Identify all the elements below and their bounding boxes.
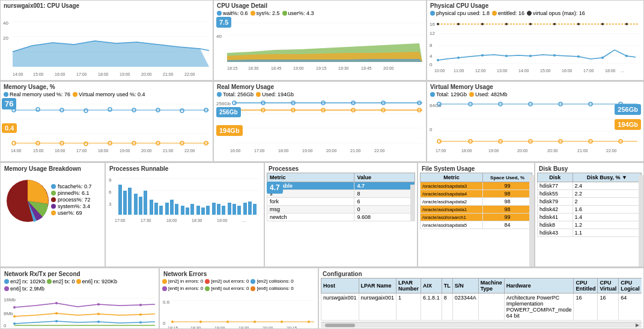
- proc-value: 9.608: [354, 214, 415, 221]
- svg-point-212: [13, 315, 16, 318]
- configuration-table: Host LPAR Name LPAR Number AIX TL S/N Ma…: [321, 278, 642, 321]
- svg-point-210: [97, 321, 100, 323]
- svg-text:18:30: 18:30: [192, 218, 202, 223]
- svg-text:19:00: 19:00: [488, 149, 499, 153]
- svg-point-56: [601, 57, 604, 59]
- scroll-indicator[interactable]: [410, 185, 415, 221]
- svg-rect-191: [232, 204, 236, 215]
- fs-value: 98: [483, 206, 532, 214]
- svg-point-54: [553, 54, 556, 57]
- fs-value: 98: [483, 190, 532, 198]
- real-memory-legend: Total: 256Gb Used: 194Gb: [215, 91, 425, 98]
- svg-rect-176: [154, 203, 158, 215]
- svg-text:40: 40: [216, 34, 222, 39]
- scroll-right-arrow[interactable]: ▶: [636, 322, 640, 328]
- svg-point-55: [577, 55, 580, 58]
- svg-point-78: [108, 108, 112, 111]
- svg-text:20:00: 20:00: [326, 149, 337, 153]
- process-badge: 4.7: [267, 182, 283, 194]
- disk-value-header: Disk Busy, % ▼: [573, 173, 641, 182]
- config-machine: [478, 294, 504, 321]
- svg-text:11:00: 11:00: [454, 69, 464, 73]
- svg-point-217: [55, 302, 58, 304]
- disk-busy-title: Disk Busy: [537, 165, 642, 173]
- svg-text:15:00: 15:00: [33, 149, 44, 153]
- svg-text:18:30: 18:30: [248, 66, 259, 70]
- svg-text:19:00: 19:00: [217, 218, 228, 223]
- memory-pct-panel: Memory Usage, % Real memory used %: 76 V…: [0, 81, 213, 162]
- svg-text:0: 0: [430, 127, 433, 132]
- svg-text:18:15: 18:15: [227, 66, 238, 70]
- virt-used-legend: Used: 482Mb: [469, 91, 508, 97]
- svg-rect-182: [186, 208, 189, 215]
- proc-metric-header: Metric: [267, 173, 354, 182]
- horizontal-scrollbar[interactable]: ▶: [321, 322, 642, 328]
- svg-text:3: 3: [109, 201, 112, 207]
- svg-rect-175: [150, 200, 153, 215]
- config-cpu-virtual-header: CPU Virtual: [598, 278, 619, 294]
- svg-text:19:00: 19:00: [120, 72, 130, 76]
- user-pct-legend: user%: 69: [51, 210, 92, 216]
- svg-text:18:30: 18:30: [190, 326, 201, 329]
- virtual-memory-title: Virtual Memory Usage: [428, 83, 642, 91]
- virt-total-legend: Total: 129Gb: [430, 91, 467, 97]
- disk-scroll[interactable]: [639, 175, 643, 266]
- pinned-legend: pinned%: 6.1: [51, 190, 92, 196]
- svg-text:18:00: 18:00: [461, 149, 472, 153]
- svg-point-209: [55, 320, 58, 322]
- processes-panel: Processes 4.7 Metric Value runnable 4.7: [264, 162, 418, 267]
- fscache-legend: fscache%: 0.7: [51, 183, 92, 189]
- table-row: hdisk79 2: [538, 198, 642, 206]
- svg-text:18:45: 18:45: [271, 66, 282, 70]
- table-row: hdisk41 1.4: [538, 214, 642, 221]
- virtual-memory-chart: 64Gb 0: [428, 98, 642, 155]
- svg-rect-174: [144, 191, 147, 215]
- real-memory-chart: 256Gb 128Gb 64Gb: [215, 98, 425, 153]
- table-row: hdisk55 2.2: [538, 190, 642, 198]
- svg-text:18:00: 18:00: [278, 149, 289, 153]
- cpu-detail-badge: 7.5: [216, 17, 231, 28]
- cpu-detail-title: CPU Usage Detail: [215, 2, 425, 10]
- svg-point-43: [505, 23, 508, 25]
- svg-text:19:00: 19:00: [293, 66, 304, 70]
- svg-text:19:45: 19:45: [361, 66, 372, 70]
- disk-busy-panel: Disk Busy Disk Disk Busy, % ▼ hdisk77 2.…: [535, 162, 644, 267]
- real-mem-legend: Real memory used %: 76: [4, 91, 70, 97]
- configuration-panel: Configuration Host LPAR Name LPAR Number…: [318, 268, 644, 329]
- svg-rect-177: [159, 206, 163, 215]
- svg-text:18:00: 18:00: [98, 149, 109, 153]
- fs-value: 98: [483, 198, 532, 206]
- table-row: /oracle/asd/oraarch1 99: [421, 214, 532, 221]
- real-mem-total-badge: 256Gb: [216, 107, 241, 117]
- svg-text:22:00: 22:00: [184, 72, 195, 76]
- svg-rect-171: [128, 188, 132, 215]
- real-used-legend: Used: 194Gb: [256, 91, 294, 97]
- configuration-title: Configuration: [321, 270, 642, 278]
- svg-text:19:30: 19:30: [238, 326, 249, 329]
- configuration-scroll[interactable]: Host LPAR Name LPAR Number AIX TL S/N Ma…: [321, 278, 642, 321]
- filesystem-panel: File System Usage Metric Space Used, % /…: [418, 162, 535, 267]
- svg-point-233: [226, 321, 229, 323]
- svg-text:0.6: 0.6: [163, 300, 170, 305]
- svg-point-214: [97, 313, 100, 315]
- disk-table: Disk Disk Busy, % ▼ hdisk77 2.4 hdisk55 …: [537, 173, 642, 237]
- system-legend: system%: 3.4: [51, 203, 92, 209]
- svg-text:22:00: 22:00: [374, 149, 385, 153]
- virtual-opus-legend: virtual opus (max): 16: [527, 10, 585, 16]
- config-sn-header: S/N: [452, 278, 478, 294]
- scrollbar-track: [355, 324, 636, 327]
- svg-rect-181: [181, 206, 184, 215]
- svg-point-236: [308, 321, 310, 323]
- svg-point-218: [97, 303, 100, 306]
- memory-breakdown-pie: [4, 174, 49, 225]
- svg-text:14:00: 14:00: [11, 149, 22, 153]
- svg-point-77: [84, 109, 88, 112]
- svg-rect-185: [201, 208, 205, 215]
- svg-point-211: [139, 321, 142, 324]
- fs-metric: /oracle/asd/sapdata1: [421, 206, 483, 214]
- fs-scroll[interactable]: [529, 175, 534, 266]
- svg-point-48: [625, 23, 628, 25]
- config-lpar-num-header: LPAR Number: [396, 278, 421, 294]
- svg-rect-187: [212, 203, 216, 215]
- svg-rect-183: [190, 204, 194, 215]
